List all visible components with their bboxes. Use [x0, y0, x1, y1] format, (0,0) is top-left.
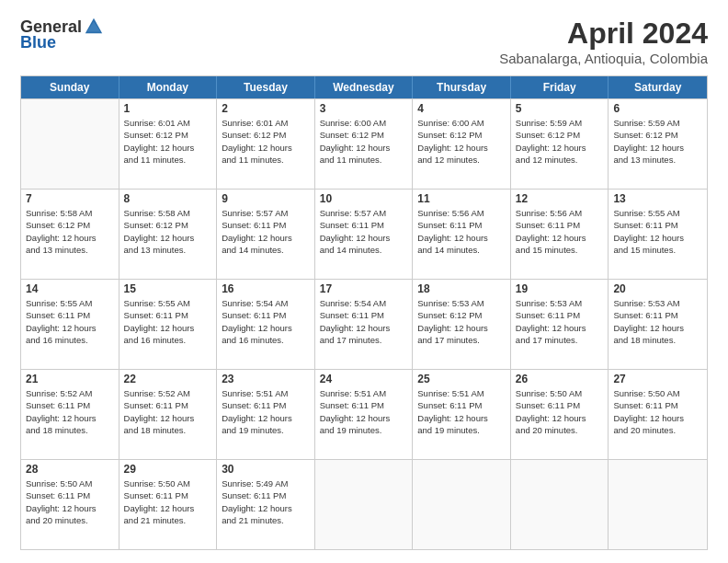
day-info: Sunrise: 5:56 AM Sunset: 6:11 PM Dayligh…: [417, 207, 506, 256]
subtitle: Sabanalarga, Antioquia, Colombia: [499, 51, 708, 66]
calendar-cell: 18Sunrise: 5:53 AM Sunset: 6:12 PM Dayli…: [413, 280, 511, 369]
calendar-cell: 29Sunrise: 5:50 AM Sunset: 6:11 PM Dayli…: [119, 460, 218, 549]
calendar-cell: 15Sunrise: 5:55 AM Sunset: 6:11 PM Dayli…: [119, 280, 218, 369]
header-day-wednesday: Wednesday: [315, 76, 414, 98]
calendar-week-3: 14Sunrise: 5:55 AM Sunset: 6:11 PM Dayli…: [21, 279, 707, 369]
day-number: 12: [516, 192, 604, 205]
day-number: 4: [417, 102, 506, 115]
calendar-cell: 3Sunrise: 6:00 AM Sunset: 6:12 PM Daylig…: [315, 99, 414, 189]
day-info: Sunrise: 5:54 AM Sunset: 6:11 PM Dayligh…: [320, 297, 408, 346]
calendar-cell: 27Sunrise: 5:50 AM Sunset: 6:11 PM Dayli…: [609, 370, 707, 459]
calendar-cell: [21, 99, 119, 189]
day-number: 20: [613, 282, 702, 295]
day-info: Sunrise: 5:59 AM Sunset: 6:12 PM Dayligh…: [613, 117, 702, 166]
calendar-cell: 10Sunrise: 5:57 AM Sunset: 6:11 PM Dayli…: [315, 190, 414, 279]
logo: General Blue: [20, 17, 104, 52]
header-day-sunday: Sunday: [21, 76, 119, 98]
day-number: 28: [26, 463, 114, 476]
day-info: Sunrise: 5:52 AM Sunset: 6:11 PM Dayligh…: [26, 387, 114, 436]
day-info: Sunrise: 5:49 AM Sunset: 6:11 PM Dayligh…: [222, 477, 310, 526]
day-info: Sunrise: 5:52 AM Sunset: 6:11 PM Dayligh…: [124, 387, 212, 436]
header-day-thursday: Thursday: [413, 76, 511, 98]
day-info: Sunrise: 5:54 AM Sunset: 6:11 PM Dayligh…: [222, 297, 310, 346]
day-number: 11: [417, 192, 506, 205]
calendar-cell: 11Sunrise: 5:56 AM Sunset: 6:11 PM Dayli…: [413, 190, 511, 279]
calendar-cell: 9Sunrise: 5:57 AM Sunset: 6:11 PM Daylig…: [217, 190, 315, 279]
calendar-cell: 19Sunrise: 5:53 AM Sunset: 6:11 PM Dayli…: [511, 280, 609, 369]
calendar-cell: 4Sunrise: 6:00 AM Sunset: 6:12 PM Daylig…: [413, 99, 511, 189]
calendar: SundayMondayTuesdayWednesdayThursdayFrid…: [20, 75, 708, 550]
day-info: Sunrise: 5:50 AM Sunset: 6:11 PM Dayligh…: [613, 387, 702, 436]
calendar-cell: 21Sunrise: 5:52 AM Sunset: 6:11 PM Dayli…: [21, 370, 119, 459]
day-info: Sunrise: 5:51 AM Sunset: 6:11 PM Dayligh…: [222, 387, 310, 436]
day-info: Sunrise: 5:50 AM Sunset: 6:11 PM Dayligh…: [124, 477, 212, 526]
day-info: Sunrise: 6:00 AM Sunset: 6:12 PM Dayligh…: [320, 117, 408, 166]
day-number: 3: [320, 102, 408, 115]
calendar-cell: 22Sunrise: 5:52 AM Sunset: 6:11 PM Dayli…: [119, 370, 218, 459]
calendar-cell: [413, 460, 511, 549]
day-number: 7: [26, 192, 114, 205]
calendar-cell: 24Sunrise: 5:51 AM Sunset: 6:11 PM Dayli…: [315, 370, 414, 459]
day-number: 6: [613, 102, 702, 115]
calendar-cell: 26Sunrise: 5:50 AM Sunset: 6:11 PM Dayli…: [511, 370, 609, 459]
calendar-cell: 8Sunrise: 5:58 AM Sunset: 6:12 PM Daylig…: [119, 190, 218, 279]
day-number: 1: [124, 102, 212, 115]
day-number: 13: [613, 192, 702, 205]
title-block: April 2024 Sabanalarga, Antioquia, Colom…: [499, 17, 708, 66]
day-info: Sunrise: 5:53 AM Sunset: 6:11 PM Dayligh…: [516, 297, 604, 346]
day-number: 14: [26, 282, 114, 295]
calendar-week-4: 21Sunrise: 5:52 AM Sunset: 6:11 PM Dayli…: [21, 369, 707, 459]
calendar-header: SundayMondayTuesdayWednesdayThursdayFrid…: [21, 76, 707, 98]
day-info: Sunrise: 5:57 AM Sunset: 6:11 PM Dayligh…: [320, 207, 408, 256]
day-number: 9: [222, 192, 310, 205]
day-info: Sunrise: 5:53 AM Sunset: 6:12 PM Dayligh…: [417, 297, 506, 346]
calendar-cell: 1Sunrise: 6:01 AM Sunset: 6:12 PM Daylig…: [119, 99, 218, 189]
logo-blue: Blue: [20, 33, 56, 52]
svg-marker-1: [87, 22, 101, 32]
day-info: Sunrise: 5:50 AM Sunset: 6:11 PM Dayligh…: [516, 387, 604, 436]
calendar-week-2: 7Sunrise: 5:58 AM Sunset: 6:12 PM Daylig…: [21, 189, 707, 279]
day-info: Sunrise: 5:51 AM Sunset: 6:11 PM Dayligh…: [417, 387, 506, 436]
day-info: Sunrise: 6:00 AM Sunset: 6:12 PM Dayligh…: [417, 117, 506, 166]
calendar-cell: 2Sunrise: 6:01 AM Sunset: 6:12 PM Daylig…: [217, 99, 315, 189]
day-number: 18: [417, 282, 506, 295]
day-number: 8: [124, 192, 212, 205]
calendar-cell: 6Sunrise: 5:59 AM Sunset: 6:12 PM Daylig…: [609, 99, 707, 189]
calendar-cell: 7Sunrise: 5:58 AM Sunset: 6:12 PM Daylig…: [21, 190, 119, 279]
day-info: Sunrise: 5:55 AM Sunset: 6:11 PM Dayligh…: [613, 207, 702, 256]
day-number: 16: [222, 282, 310, 295]
day-info: Sunrise: 5:53 AM Sunset: 6:11 PM Dayligh…: [613, 297, 702, 346]
day-info: Sunrise: 5:55 AM Sunset: 6:11 PM Dayligh…: [26, 297, 114, 346]
calendar-cell: [609, 460, 707, 549]
day-number: 5: [516, 102, 604, 115]
day-info: Sunrise: 5:56 AM Sunset: 6:11 PM Dayligh…: [516, 207, 604, 256]
day-number: 30: [222, 463, 310, 476]
month-title: April 2024: [499, 17, 708, 51]
calendar-cell: 12Sunrise: 5:56 AM Sunset: 6:11 PM Dayli…: [511, 190, 609, 279]
calendar-week-5: 28Sunrise: 5:50 AM Sunset: 6:11 PM Dayli…: [21, 459, 707, 549]
calendar-cell: 14Sunrise: 5:55 AM Sunset: 6:11 PM Dayli…: [21, 280, 119, 369]
day-info: Sunrise: 5:58 AM Sunset: 6:12 PM Dayligh…: [124, 207, 212, 256]
day-info: Sunrise: 5:55 AM Sunset: 6:11 PM Dayligh…: [124, 297, 212, 346]
header-day-tuesday: Tuesday: [217, 76, 315, 98]
day-number: 26: [516, 373, 604, 385]
day-info: Sunrise: 6:01 AM Sunset: 6:12 PM Dayligh…: [124, 117, 212, 166]
day-info: Sunrise: 6:01 AM Sunset: 6:12 PM Dayligh…: [222, 117, 310, 166]
day-number: 22: [124, 373, 212, 385]
day-info: Sunrise: 5:51 AM Sunset: 6:11 PM Dayligh…: [320, 387, 408, 436]
header: General Blue April 2024 Sabanalarga, Ant…: [20, 17, 708, 66]
calendar-cell: 30Sunrise: 5:49 AM Sunset: 6:11 PM Dayli…: [217, 460, 315, 549]
day-number: 19: [516, 282, 604, 295]
day-number: 10: [320, 192, 408, 205]
day-number: 23: [222, 373, 310, 385]
day-info: Sunrise: 5:50 AM Sunset: 6:11 PM Dayligh…: [26, 477, 114, 526]
calendar-cell: [511, 460, 609, 549]
day-number: 27: [613, 373, 702, 385]
calendar-cell: 28Sunrise: 5:50 AM Sunset: 6:11 PM Dayli…: [21, 460, 119, 549]
day-number: 15: [124, 282, 212, 295]
day-number: 21: [26, 373, 114, 385]
day-info: Sunrise: 5:57 AM Sunset: 6:11 PM Dayligh…: [222, 207, 310, 256]
header-day-saturday: Saturday: [609, 76, 707, 98]
calendar-cell: 23Sunrise: 5:51 AM Sunset: 6:11 PM Dayli…: [217, 370, 315, 459]
calendar-cell: 5Sunrise: 5:59 AM Sunset: 6:12 PM Daylig…: [511, 99, 609, 189]
